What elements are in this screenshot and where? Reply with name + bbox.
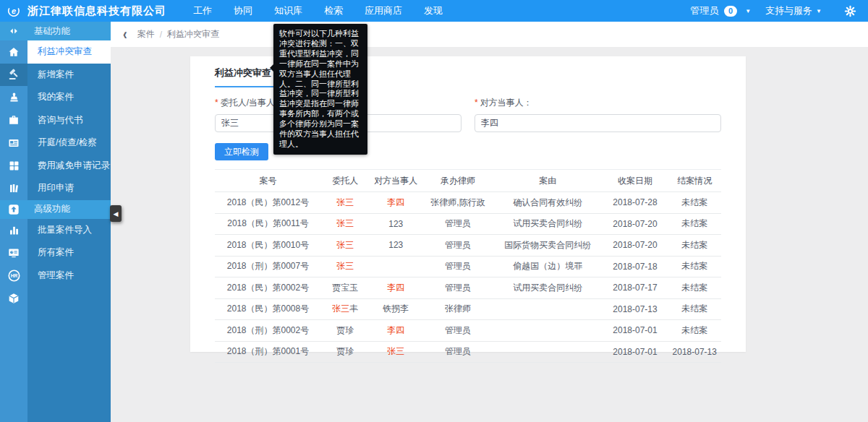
upload-box-icon: [7, 203, 20, 216]
cell-0-4: 确认合同有效纠纷: [493, 192, 603, 214]
sidebar-module-icon-cell[interactable]: [0, 64, 27, 87]
table-row-5[interactable]: 2018（民）第0008号张三丰铁拐李张律师2018-07-13未结案: [215, 298, 721, 320]
id-card-icon: [7, 137, 20, 150]
sidebar-label[interactable]: 用印申请: [27, 177, 111, 200]
sidebar-label[interactable]: 费用减免申请记录: [27, 155, 111, 178]
svg-text:HR: HR: [10, 273, 17, 278]
sidebar-item-9: 批量案件导入: [0, 219, 111, 242]
col-header-6: 结案情况: [668, 170, 722, 192]
conflict-result-table: 案号委托人对方当事人承办律师案由收案日期结案情况 2018（民）第0012号张三…: [215, 169, 721, 363]
sidebar-label[interactable]: 新增案件: [27, 64, 111, 87]
sidebar-module-icon-cell[interactable]: [0, 22, 27, 40]
tooltip-arrow: [270, 64, 273, 72]
sidebar-header-0: 基础功能: [0, 22, 111, 40]
user-menu[interactable]: 管理员 0 ▼: [683, 0, 758, 22]
user-name: 管理员: [690, 4, 718, 17]
sidebar-label[interactable]: 开庭/侦查/检察: [27, 132, 111, 155]
cell-5-2: 铁拐李: [370, 298, 423, 320]
cell-4-3: 管理员: [422, 277, 493, 299]
cell-3-6: 未结案: [668, 256, 722, 277]
breadcrumb-current: 利益冲突审查: [167, 28, 219, 40]
cell-6-0: 2018（刑）第0002号: [215, 320, 321, 342]
cell-1-1: 张三: [321, 213, 370, 235]
cell-2-2: 123: [370, 235, 423, 257]
table-row-3[interactable]: 2018（刑）第0007号张三管理员偷越国（边）境罪2018-07-18未结案: [215, 256, 721, 277]
cell-3-1: 张三: [321, 256, 370, 277]
required-mark: *: [475, 98, 478, 108]
sidebar: 基础功能利益冲突审查新增案件我的案件咨询与代书开庭/侦查/检察费用减免申请记录用…: [0, 22, 111, 422]
cell-1-6: 未结案: [668, 213, 722, 235]
opponent-input[interactable]: [475, 114, 721, 132]
sidebar-module-icon-cell[interactable]: [0, 219, 27, 242]
sidebar-module-icon-cell[interactable]: HR: [0, 264, 27, 288]
sidebar-module-icon-cell[interactable]: [0, 155, 27, 178]
sidebar-module-icon-cell[interactable]: [0, 177, 27, 200]
sidebar-label[interactable]: 批量案件导入: [27, 219, 111, 242]
nav-menu-item-2[interactable]: 知识库: [263, 0, 313, 22]
table-row-0[interactable]: 2018（民）第0012号张三李四张律师,陈行政确认合同有效纠纷2018-07-…: [215, 192, 721, 214]
cell-2-4: 国际货物买卖合同纠纷: [493, 235, 603, 257]
check-now-button[interactable]: 立即检测: [215, 143, 268, 160]
cell-2-5: 2018-07-20: [603, 235, 668, 257]
table-row-2[interactable]: 2018（民）第0010号张三123管理员国际货物买卖合同纠纷2018-07-2…: [215, 235, 721, 257]
sidebar-module-icon-cell[interactable]: [0, 132, 27, 155]
back-chevron-icon[interactable]: ‹: [123, 26, 127, 42]
table-row-4[interactable]: 2018（民）第0002号贾宝玉李四管理员试用买卖合同纠纷2018-07-17未…: [215, 277, 721, 299]
gear-icon: [844, 5, 856, 17]
cell-0-1: 张三: [321, 192, 370, 214]
cell-5-5: 2018-07-13: [603, 298, 668, 320]
cell-1-2: 123: [370, 213, 423, 235]
sidebar-label[interactable]: 基础功能: [27, 22, 111, 40]
cell-6-2: 李四: [370, 320, 423, 342]
cell-5-6: 未结案: [668, 298, 722, 320]
col-header-0: 案号: [215, 170, 321, 192]
settings-button[interactable]: [839, 0, 861, 22]
nav-menu-item-0[interactable]: 工作: [182, 0, 223, 22]
bar-chart-icon: [8, 224, 20, 236]
cell-7-2: 张三: [370, 341, 423, 363]
home-icon: [7, 46, 20, 59]
stamp-icon: [8, 91, 20, 103]
table-row-7[interactable]: 2018（刑）第0001号贾珍张三管理员2018-07-012018-07-13: [215, 341, 721, 363]
cell-7-1: 贾珍: [321, 341, 370, 363]
cell-0-6: 未结案: [668, 192, 722, 214]
sidebar-label[interactable]: 所有案件: [27, 241, 111, 264]
sidebar-module-icon-cell[interactable]: [0, 241, 27, 264]
sidebar-label[interactable]: 我的案件: [27, 86, 111, 109]
cell-1-3: 管理员: [422, 213, 493, 235]
sidebar-module-icon-cell[interactable]: [0, 86, 27, 109]
col-header-2: 对方当事人: [370, 170, 423, 192]
cell-2-3: 管理员: [422, 235, 493, 257]
cell-4-0: 2018（民）第0002号: [215, 277, 321, 299]
sidebar-label[interactable]: 管理案件: [27, 264, 111, 288]
sidebar-collapse-tab[interactable]: ◀: [110, 205, 122, 222]
sidebar-label[interactable]: 咨询与代书: [27, 109, 111, 132]
col-header-3: 承办律师: [422, 170, 493, 192]
table-row-1[interactable]: 2018（民）第0011号张三123管理员试用买卖合同纠纷2018-07-20未…: [215, 213, 721, 235]
nav-menu-item-5[interactable]: 发现: [413, 0, 454, 22]
sidebar-label[interactable]: 利益冲突审查: [27, 40, 111, 64]
sidebar-module-icon-cell[interactable]: [0, 200, 27, 219]
cell-2-6: 未结案: [668, 235, 722, 257]
cell-6-3: 管理员: [422, 320, 493, 342]
sidebar-module-icon-cell[interactable]: [0, 40, 27, 64]
nav-menu-item-4[interactable]: 应用商店: [354, 0, 413, 22]
sidebar-label: [27, 287, 111, 422]
sidebar-label[interactable]: 高级功能: [27, 200, 111, 219]
breadcrumb-parent[interactable]: 案件: [137, 28, 155, 40]
nav-menu-item-3[interactable]: 检索: [313, 0, 354, 22]
cell-4-4: 试用买卖合同纠纷: [493, 277, 603, 299]
cell-6-4: [493, 320, 603, 342]
support-menu[interactable]: 支持与服务 ▼: [758, 0, 829, 22]
cell-0-2: 李四: [370, 192, 423, 214]
sidebar-item-7: 用印申请: [0, 177, 111, 200]
cell-7-3: 管理员: [422, 341, 493, 363]
sidebar-module-icon-cell[interactable]: [0, 109, 27, 132]
cell-3-2: [370, 256, 423, 277]
breadcrumb-separator: /: [160, 30, 162, 40]
sidebar-module-icon-cell[interactable]: [0, 287, 27, 422]
opponent-field-group: *对方当事人：: [475, 97, 721, 132]
table-row-6[interactable]: 2018（刑）第0002号贾珍李四管理员2018-07-01未结案: [215, 320, 721, 342]
app-root: e 浙江律联信息科技有限公司 工作协同知识库检索应用商店发现 管理员 0 ▼ 支…: [0, 0, 868, 422]
nav-menu-item-1[interactable]: 协同: [223, 0, 263, 22]
